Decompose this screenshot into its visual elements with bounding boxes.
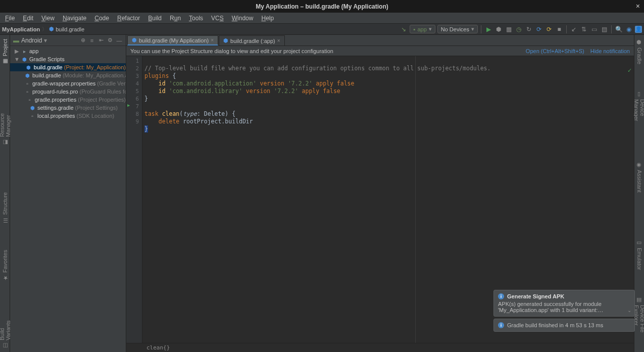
run-marker-icon[interactable]: ▶ (127, 102, 130, 109)
notif-open-link[interactable]: Open (Ctrl+Alt+Shift+S) (526, 48, 584, 54)
toast-area: iGenerate Signed APK APK(s) generated su… (493, 290, 635, 332)
menu-view[interactable]: View (38, 14, 58, 23)
tab-resource-manager[interactable]: ◧Resource Manager (0, 88, 12, 149)
tree-item[interactable]: ▫proguard-rules.pro (ProGuard Rules for … (10, 87, 126, 96)
profile-icon[interactable]: ◷ (515, 25, 523, 33)
tree-item[interactable]: ⬢settings.gradle (Project Settings) (10, 104, 126, 112)
tree-item[interactable]: ▼⬢Gradle Scripts (10, 55, 126, 63)
tree-item[interactable]: ▫gradle.properties (Project Properties) (10, 96, 126, 104)
breadcrumb: MyApplication 〉 ⬢build.gradle (2, 26, 84, 33)
tree-item[interactable]: ⬢build.gradle (Project: My_Application) (10, 63, 126, 71)
settings-icon[interactable]: ◉ (625, 25, 633, 33)
left-toolwindow-tabs: ▦Project ◧Resource Manager ☰Structure ★F… (0, 35, 10, 352)
device-selector[interactable]: No Devices ▾ (437, 25, 478, 33)
hide-icon[interactable]: — (116, 37, 123, 44)
tab-favorites[interactable]: ★Favorites (1, 247, 9, 284)
chevron-down-icon[interactable]: ⌄ (627, 307, 631, 313)
project-tree[interactable]: ▶▸app▼⬢Gradle Scripts⬢build.gradle (Proj… (10, 46, 126, 352)
collapse-icon[interactable]: ⇤ (97, 37, 105, 44)
attach-icon[interactable]: ↻ (525, 25, 533, 33)
stop-icon[interactable]: ■ (555, 25, 563, 33)
tab-build-variants[interactable]: ◫Build Variants (0, 304, 12, 352)
info-icon: i (498, 322, 504, 328)
run-icon[interactable]: ▶ (484, 25, 492, 33)
gutter[interactable]: 123456789 ▶ (126, 56, 142, 343)
folder-icon: ▸ (21, 48, 28, 55)
notification-bar: You can use the Project Structure dialog… (126, 46, 634, 56)
project-view-selector[interactable]: Android (21, 37, 42, 44)
window-title: My Application – build.gradle (My Applic… (256, 3, 388, 10)
git-icon[interactable]: ↙ (570, 25, 578, 33)
tab-gradle[interactable]: ⬢Gradle (635, 36, 643, 67)
gradle-icon: ⬢ (24, 72, 31, 79)
menu-code[interactable]: Code (91, 14, 112, 23)
apply-code-icon[interactable]: ⟳ (545, 25, 553, 33)
prop-icon: ▫ (24, 80, 31, 87)
close-icon[interactable]: × (636, 2, 640, 10)
avd-icon[interactable]: ▭ (590, 25, 598, 33)
notif-hide-link[interactable]: Hide notification (590, 48, 630, 54)
gradle-icon: ⬢ (29, 104, 36, 111)
toast-apk[interactable]: iGenerate Signed APK APK(s) generated su… (493, 290, 635, 317)
target-icon[interactable]: ⊕ (79, 37, 86, 44)
tab-emulator[interactable]: ▭Emulator (635, 236, 643, 273)
tab-assistant[interactable]: ◉Assistant (635, 158, 643, 196)
sort-icon[interactable]: ≡ (88, 37, 95, 44)
prop-icon: ▫ (24, 88, 31, 95)
project-panel: ▬ Android ▾ ⊕ ≡ ⇤ ⚙ — ▶▸app▼⬢Gradle Scri… (10, 35, 126, 352)
code-context-bar: clean{} (126, 343, 634, 352)
check-icon: ✓ (627, 67, 632, 74)
menu-edit[interactable]: Edit (20, 14, 36, 23)
menu-run[interactable]: Run (167, 14, 184, 23)
tree-item[interactable]: ▫gradle-wrapper.properties (Gradle Versi… (10, 79, 126, 87)
titlebar: My Application – build.gradle (My Applic… (0, 0, 644, 13)
menubar: File Edit View Navigate Code Refactor Bu… (0, 13, 644, 24)
toast-body: APK(s) generated successfully for module… (498, 301, 630, 313)
menu-file[interactable]: File (2, 14, 18, 23)
tab-structure[interactable]: ☰Structure (1, 189, 9, 227)
menu-help[interactable]: Help (258, 14, 277, 23)
tree-item[interactable]: ▶▸app (10, 47, 126, 55)
sync-icon[interactable]: ⇅ (580, 25, 588, 33)
tab-build-gradle-app[interactable]: ⬢build.gradle (:app)× (219, 35, 285, 46)
hammer-icon[interactable]: ↘ (400, 25, 408, 33)
menu-build[interactable]: Build (145, 14, 165, 23)
toast-gradle[interactable]: i Gradle build finished in 4 m 53 s 13 m… (493, 319, 635, 332)
tab-project[interactable]: ▦Project (1, 36, 9, 68)
gradle-icon: ⬢ (21, 56, 28, 63)
right-toolwindow-tabs: ⬢Gradle ▯Device Manager ◉Assistant ▭Emul… (634, 35, 644, 352)
android-icon: ▬ (13, 37, 19, 44)
menu-vcs[interactable]: VCS (208, 14, 227, 23)
close-icon[interactable]: × (211, 37, 214, 43)
search-icon[interactable]: 🔍 (615, 25, 623, 33)
menu-window[interactable]: Window (229, 14, 257, 23)
menu-tools[interactable]: Tools (186, 14, 206, 23)
tab-device-manager[interactable]: ▯Device Manager (632, 87, 645, 138)
navbar: MyApplication 〉 ⬢build.gradle ↘ ▪app ▾ N… (0, 24, 644, 35)
tab-build-gradle-project[interactable]: ⬢build.gradle (My Application)× (127, 35, 218, 46)
tree-item[interactable]: ▫local.properties (SDK Location) (10, 112, 126, 120)
menu-refactor[interactable]: Refactor (114, 14, 143, 23)
sdk-icon[interactable]: ▤ (600, 25, 608, 33)
run-config-selector[interactable]: ▪app ▾ (410, 25, 435, 33)
menu-navigate[interactable]: Navigate (60, 14, 89, 23)
info-icon: i (498, 293, 504, 299)
prop-icon: ▫ (29, 112, 36, 119)
close-icon[interactable]: × (277, 38, 280, 43)
coverage-icon[interactable]: ▦ (505, 25, 513, 33)
prop-icon: ▫ (26, 96, 33, 103)
gear-icon[interactable]: ⚙ (107, 37, 114, 44)
notif-text: You can use the Project Structure dialog… (130, 48, 333, 54)
debug-icon[interactable]: ⬢ (494, 25, 503, 33)
crumb-project[interactable]: MyApplication (2, 26, 40, 32)
editor-tabs: ⬢build.gradle (My Application)× ⬢build.g… (126, 35, 634, 46)
apply-changes-icon[interactable]: ⟳ (535, 25, 543, 33)
tree-item[interactable]: ⬢build.gradle (Module: My_Application.ap… (10, 71, 126, 79)
user-icon[interactable]: 👤 (635, 26, 642, 33)
gradle-icon: ⬢ (25, 64, 32, 71)
crumb-file[interactable]: ⬢build.gradle (49, 26, 84, 32)
